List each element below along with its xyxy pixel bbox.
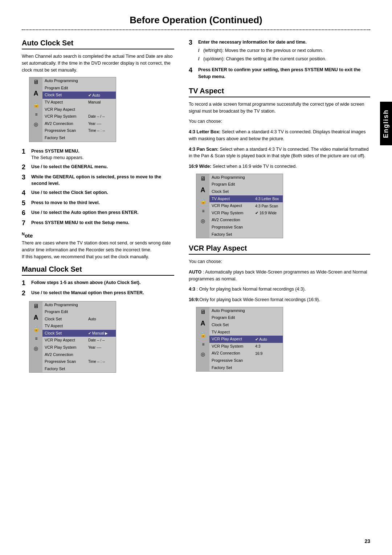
menu-row: Program Edit [42, 308, 116, 316]
english-label: English [382, 109, 390, 138]
vcr-aspect-menu-icons: 🖥 A 🔒 ≡ ◎ [196, 307, 209, 371]
circle-icon-2: ◎ [34, 345, 38, 351]
menu-row-highlighted: TV Aspect4:3 Letter Box [209, 195, 283, 203]
vcr-aspect-menu-rows: Auto Programming Program Edit Clock Set … [209, 307, 283, 371]
left-column: Auto Clock Set When Channel auto search … [22, 39, 174, 378]
menu-row: Progressive Scan [209, 224, 283, 231]
menu-row: TV Aspect [42, 323, 116, 330]
right-step-3: 3 Enter the necessary information for da… [189, 39, 370, 64]
sub-step-ud: / (up/down): Changes the setting at the … [198, 56, 370, 62]
lock-icon-3: 🔒 [200, 198, 206, 204]
menu-row: Factory Set [42, 365, 116, 373]
tv-icon: 🖥 [33, 79, 39, 85]
step-1: 1 Press SYSTEM MENU. The Setup menu appe… [22, 148, 174, 162]
page-title: Before Operation (Continued) [22, 15, 370, 26]
tv-aspect-option-1: 4:3 Letter Box: Select when a standard 4… [189, 129, 370, 142]
manual-clock-menu-image: 🖥 A 🔒 ≡ ◎ Auto Programming Program Edit … [29, 301, 116, 373]
auto-clock-steps: 1 Press SYSTEM MENU. The Setup menu appe… [22, 148, 174, 227]
menu-row-highlighted: Clock Set✔ Manual ▶ [42, 330, 116, 337]
menu-row: VCR Play SystemYear ---- [42, 344, 116, 351]
lock-icon: 🔒 [33, 102, 39, 108]
auto-clock-menu-rows: Auto Programming Program Edit Clock Set✔… [42, 77, 116, 141]
menu-row: Progressive ScanTime -- : -- [42, 127, 116, 134]
manual-clock-menu-rows: Auto Programming Program Edit Clock SetA… [42, 301, 116, 373]
auto-clock-heading: Auto Clock Set [22, 39, 174, 49]
menu-row: VCR Play System4:3 [209, 343, 283, 350]
vcr-aspect-43: 4:3 : Only for playing back Normal forma… [189, 286, 370, 293]
menu-row: AV2 Connection16:9 [209, 350, 283, 357]
lock-icon-2: 🔒 [33, 326, 39, 332]
english-tab: English [380, 102, 392, 145]
right-column: 3 Enter the necessary information for da… [189, 39, 370, 378]
tv-icon-4: 🖥 [200, 309, 206, 315]
menu-row: VCR Play System✔ 16:9 Wide [209, 210, 283, 217]
tv-aspect-option-2: 4:3 Pan Scan: Select when a standard 4:3… [189, 146, 370, 160]
auto-clock-body: When Channel auto search is completed th… [22, 53, 174, 73]
step-5: 5 Press to move to the third level. [22, 199, 174, 207]
step-7: 7 Press SYSTEM MENU to exit the Setup me… [22, 219, 174, 227]
menu-row: VCR Play AspectDate -- / -- [42, 337, 116, 344]
menu-row: Program Edit [42, 85, 116, 92]
lock-icon-4: 🔒 [200, 332, 206, 337]
step-3: 3 While the GENERAL option is selected, … [22, 174, 174, 187]
menu-row: Progressive ScanTime -- : -- [42, 358, 116, 365]
manual-clock-heading: Manual Clock Set [22, 265, 174, 276]
sub-step-lr: / (left/right): Moves the cursor to the … [198, 47, 370, 54]
manual-step-2: 2 Use / to select the Manual option then… [22, 289, 174, 297]
tv-aspect-body: To record a wide screen format programme… [189, 101, 370, 115]
menu-icons-left: 🖥 A 🔒 ≡ ◎ [29, 77, 42, 141]
menu-row: Auto Programming [209, 307, 283, 315]
menu-row: Clock Set [209, 321, 283, 329]
vcr-aspect-auto: AUTO : Automatically plays back Wide-Scr… [189, 269, 370, 283]
menu-row: TV AspectManual [42, 99, 116, 106]
note-box: Note There are cases where the TV statio… [22, 231, 174, 260]
menu-row: Clock Set [209, 188, 283, 195]
menu-row: Factory Set [42, 134, 116, 142]
tv-icon-2: 🖥 [33, 303, 39, 309]
right-step-4: 4 Press ENTER to confirm your setting, t… [189, 66, 370, 80]
menu-row: Clock SetAuto [42, 316, 116, 323]
a-icon: A [34, 90, 38, 97]
menu-row: Progressive Scan [209, 357, 283, 364]
manual-clock-steps: 1 Follow steps 1-5 as shown above (Auto … [22, 279, 174, 297]
menu-row: AV2 ConnectionYear ---- [42, 120, 116, 127]
tv-aspect-menu-icons: 🖥 A 🔒 ≡ ◎ [196, 174, 209, 238]
menu-row-highlighted: Clock Set✔ Auto [42, 92, 116, 99]
menu-row: Factory Set [209, 364, 283, 372]
menu-row: Program Edit [209, 181, 283, 188]
vcr-aspect-heading: VCR Play Aspect [189, 244, 370, 255]
step-6: 6 Use / to select the Auto option then p… [22, 209, 174, 217]
bars-icon-4: ≡ [202, 342, 204, 347]
menu-row-highlighted: VCR Play Aspect✔ Auto [209, 336, 283, 343]
menu-row: Auto Programming [209, 174, 283, 181]
menu-row: AV2 Connection [42, 351, 116, 358]
page-number: 23 [364, 538, 370, 544]
vcr-aspect-menu-image: 🖥 A 🔒 ≡ ◎ Auto Programming Program Edit … [196, 307, 283, 372]
note-text-2: If this happens, we recommend that you s… [22, 254, 149, 259]
tv-aspect-menu-rows: Auto Programming Program Edit Clock Set … [209, 174, 283, 238]
tv-aspect-choose: You can choose: [189, 118, 370, 125]
menu-row: VCR Play Aspect [42, 106, 116, 113]
menu-row: Auto Programming [42, 77, 116, 85]
step-4: 4 Use / to select the Clock Set option. [22, 189, 174, 197]
menu-row: VCR Play SystemDate -- / -- [42, 113, 116, 120]
circle-icon-4: ◎ [201, 351, 205, 357]
auto-clock-menu-image: 🖥 A 🔒 ≡ ◎ Auto Programming Program Edit … [29, 77, 116, 142]
vcr-aspect-169: 16:9:Only for playing back Wide-Screen f… [189, 296, 370, 303]
manual-step-1: 1 Follow steps 1-5 as shown above (Auto … [22, 279, 174, 287]
menu-row: VCR Play Aspect4:3 Pan Scan [209, 202, 283, 210]
menu-row: Factory Set [209, 231, 283, 238]
main-content: Auto Clock Set When Channel auto search … [22, 39, 370, 378]
note-text: There are cases where the TV station doe… [22, 240, 171, 252]
circle-icon: ◎ [34, 121, 38, 127]
tv-aspect-menu-image: 🖥 A 🔒 ≡ ◎ Auto Programming Program Edit … [196, 174, 283, 238]
circle-icon-3: ◎ [201, 218, 205, 224]
menu-row: Program Edit [209, 314, 283, 321]
vcr-aspect-choose: You can choose: [189, 258, 370, 265]
title-divider [22, 29, 370, 30]
bars-icon-2: ≡ [35, 336, 37, 341]
a-icon-3: A [201, 186, 205, 194]
menu-row: AV2 Connection [209, 216, 283, 224]
menu-row: Auto Programming [42, 301, 116, 309]
manual-menu-icons: 🖥 A 🔒 ≡ ◎ [29, 301, 42, 373]
